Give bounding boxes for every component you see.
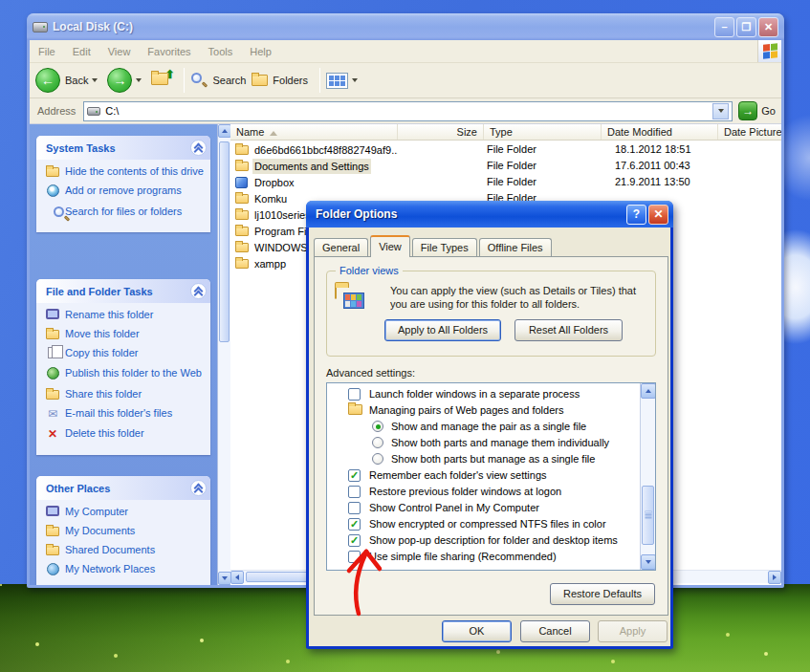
scroll-left-button[interactable] [230, 571, 244, 584]
column-size[interactable]: Size [398, 124, 484, 140]
scrollbar-thumb[interactable] [642, 486, 654, 545]
task-copy-folder[interactable]: Copy this folder [44, 347, 207, 360]
task-rename-folder[interactable]: Rename this folder [44, 309, 207, 321]
scroll-right-button[interactable] [768, 571, 781, 584]
cancel-button[interactable]: Cancel [520, 620, 590, 642]
folder-icon [235, 227, 249, 236]
dialog-titlebar[interactable]: Folder Options ? ✕ [306, 201, 673, 228]
shared-folder-icon [44, 544, 61, 556]
setting-launch-separate-process[interactable]: Launch folder windows in a separate proc… [327, 386, 639, 402]
ok-button[interactable]: OK [442, 620, 512, 642]
go-button[interactable]: → [738, 101, 757, 120]
maximize-button[interactable]: ❐ [736, 17, 756, 37]
tab-view[interactable]: View [370, 235, 410, 257]
menu-file[interactable]: File [30, 46, 64, 57]
radio-selected[interactable] [372, 421, 383, 432]
column-name[interactable]: Name [230, 124, 398, 140]
forward-icon: → [107, 68, 132, 93]
task-hide-drive-contents[interactable]: Hide the contents of this drive [44, 165, 207, 178]
close-button[interactable]: ✕ [758, 17, 778, 37]
group-managing-pairs[interactable]: Managing pairs of Web pages and folders [327, 402, 639, 419]
folder-icon [235, 194, 249, 204]
tab-general[interactable]: General [314, 238, 368, 257]
scroll-down-button[interactable] [218, 572, 231, 585]
setting-restore-previous-windows[interactable]: Restore previous folder windows at logon [327, 484, 639, 500]
reset-all-folders-button[interactable]: Reset All Folders [514, 319, 623, 341]
restore-defaults-button[interactable]: Restore Defaults [550, 583, 655, 605]
forward-dropdown-icon[interactable] [136, 78, 142, 82]
column-date-picture[interactable]: Date Picture [718, 124, 781, 140]
task-move-folder[interactable]: Move this folder [44, 328, 207, 340]
scrollbar-thumb[interactable] [219, 141, 230, 342]
column-type[interactable]: Type [484, 124, 602, 140]
panel-header[interactable]: Other Places [36, 476, 210, 500]
address-dropdown-button[interactable] [712, 103, 729, 119]
scroll-up-button[interactable] [218, 124, 231, 138]
radio-unselected[interactable] [372, 453, 383, 465]
chevron-up-icon [195, 485, 202, 491]
checkbox-unchecked[interactable] [348, 486, 361, 498]
tab-offline-files[interactable]: Offline Files [479, 238, 552, 257]
task-publish-web[interactable]: Publish this folder to the Web [44, 367, 207, 381]
apply-to-all-folders-button[interactable]: Apply to All Folders [384, 319, 501, 341]
radio-unselected[interactable] [372, 437, 383, 448]
file-row[interactable]: d6e6bd661bbcf48f882749af9... File Folder… [230, 141, 781, 158]
share-folder-icon [44, 388, 61, 401]
back-button[interactable]: ← Back [35, 68, 101, 93]
menu-favorites[interactable]: Favorites [139, 46, 199, 57]
up-button[interactable]: ⬆ [151, 72, 172, 89]
folder-icon [348, 404, 362, 415]
views-dropdown-icon[interactable] [352, 78, 358, 82]
setting-show-control-panel[interactable]: Show Control Panel in My Computer [327, 500, 639, 516]
file-row-selected[interactable]: Documents and Settings File Folder 17.6.… [230, 158, 781, 174]
collapse-button[interactable] [190, 480, 207, 496]
collapse-button[interactable] [190, 283, 207, 299]
menu-tools[interactable]: Tools [200, 46, 242, 57]
scroll-up-button[interactable] [641, 383, 656, 399]
search-button[interactable]: Search [190, 72, 246, 89]
explorer-titlebar[interactable]: Local Disk (C:) – ❐ ✕ [27, 13, 784, 40]
menu-help[interactable]: Help [241, 46, 280, 57]
link-network-places[interactable]: My Network Places [44, 563, 207, 577]
file-row[interactable]: Dropbox File Folder 21.9.2011 13:50 [230, 174, 781, 190]
windows-logo [757, 40, 781, 62]
task-search-files[interactable]: Search for files or folders [44, 206, 207, 218]
panel-file-folder-tasks: File and Folder Tasks Rename this folder… [36, 279, 210, 455]
search-icon [190, 72, 208, 89]
forward-button[interactable]: → [107, 68, 145, 93]
checkbox-unchecked[interactable] [348, 502, 361, 514]
windows-flag-icon [763, 43, 777, 59]
setting-show-manage-single-file[interactable]: Show and manage the pair as a single fil… [327, 419, 639, 435]
menu-view[interactable]: View [99, 46, 140, 57]
folder-views-description: You can apply the view (such as Details … [390, 284, 650, 311]
link-my-computer[interactable]: My Computer [44, 506, 207, 518]
dialog-close-button[interactable]: ✕ [648, 205, 668, 225]
address-bar: Address C:\ → Go [30, 98, 781, 124]
link-shared-documents[interactable]: Shared Documents [44, 544, 207, 556]
panel-header[interactable]: File and Folder Tasks [36, 279, 210, 303]
task-add-remove-programs[interactable]: Add or remove programs [44, 184, 207, 199]
task-share-folder[interactable]: Share this folder [44, 388, 207, 401]
setting-remember-view-settings[interactable]: Remember each folder's view settings [327, 467, 639, 484]
scroll-down-button[interactable] [641, 554, 656, 570]
back-dropdown-icon[interactable] [92, 78, 98, 82]
folders-button[interactable]: Folders [252, 75, 308, 86]
setting-show-both-manage-single[interactable]: Show both parts but manage as a single f… [327, 451, 639, 467]
advanced-list-scrollbar[interactable] [640, 383, 655, 570]
task-email-files[interactable]: ✉ E-mail this folder's files [44, 407, 207, 421]
column-date-modified[interactable]: Date Modified [602, 124, 718, 140]
task-delete-folder[interactable]: ✕ Delete this folder [44, 427, 207, 441]
views-button[interactable] [326, 73, 361, 89]
checkbox-unchecked[interactable] [348, 388, 361, 401]
menu-edit[interactable]: Edit [64, 46, 99, 57]
address-input[interactable]: C:\ [83, 101, 733, 121]
link-my-documents[interactable]: My Documents [44, 525, 207, 537]
setting-show-both-manage-individually[interactable]: Show both parts and manage them individu… [327, 435, 639, 451]
tab-file-types[interactable]: File Types [412, 238, 477, 257]
checkbox-checked[interactable] [348, 469, 361, 482]
collapse-button[interactable] [190, 140, 207, 156]
minimize-button[interactable]: – [714, 17, 734, 37]
panel-header[interactable]: System Tasks [36, 136, 210, 160]
sidebar-vertical-scrollbar[interactable] [217, 124, 230, 585]
help-button[interactable]: ? [626, 205, 646, 225]
